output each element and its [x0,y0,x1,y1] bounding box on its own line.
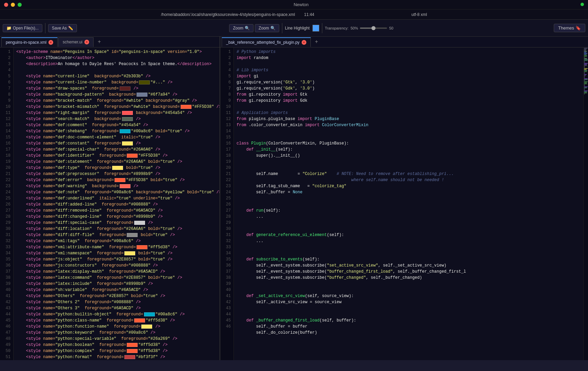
code-line [237,195,581,201]
code-line: ... [237,214,581,220]
code-line: gi.require_version('Gdk', '3.0') [237,85,581,92]
zoom-out-button[interactable]: Zoom 🔍 [255,24,279,32]
titlebar: Newton [0,0,588,9]
tab-schemer[interactable]: schemer.ui ✕ [58,37,94,47]
code-line: <style name="def:doc-comment-element" it… [16,134,217,140]
separator-2 [282,23,282,33]
right-tabbar: _bak_reference_attempted_fix_plugin.py ✕… [220,37,588,47]
code-line: def __init__(self): [237,147,581,153]
code-line: <style name="def:note" foreground="#00a8… [16,189,217,195]
code-line: ... [237,238,581,244]
code-line: <style name="latex:command" foreground="… [16,275,217,281]
code-line [237,336,581,342]
code-line: <style name="Others" foreground="#2E8857… [16,293,217,299]
code-line: <style name="python:boolean" foreground=… [16,342,217,348]
code-line: self._do_colorize(buffer) [237,330,581,336]
transparency-slider[interactable] [360,27,387,29]
tab-penguins[interactable]: penguins-in-space.xml ✕ [1,37,58,47]
code-line [237,226,581,232]
code-line: <style name="bracket-match" foreground="… [16,98,217,104]
code-line: <style name="diff:diff-file" foreground=… [16,232,217,238]
code-line [237,61,581,67]
code-line [237,165,581,171]
open-files-button[interactable]: 📁 Open File(s)... [3,24,42,32]
code-line: self._buffer = None [237,189,581,195]
code-line: <style name="diff:added-line" foreground… [16,201,217,208]
code-line: <style name="current-line" background="#… [16,73,217,79]
code-line [237,104,581,110]
editor-left: penguins-in-space.xml ✕ schemer.ui ✕ + 1… [0,37,220,360]
code-line: <style name="latex:include" foreground="… [16,281,217,287]
code-line [237,201,581,208]
close-button[interactable] [4,3,8,7]
code-line: # Lib imports [237,67,581,73]
save-as-icon: ✏️ [68,26,73,31]
line-highlight-color[interactable] [312,25,319,32]
code-line: def _set_active_src_view(self, source_vi… [237,293,581,299]
minimize-button[interactable] [11,3,15,7]
code-line: <style name="js:constructors" foreground… [16,262,217,269]
transparency-number: 50 [389,26,393,30]
app-title: Newton [293,2,308,7]
maximize-button[interactable] [18,3,22,7]
code-line: where self.name should not be needed ! [237,177,581,183]
code-line: def generate_reference_ui_element(self): [237,232,581,238]
code-line: <style name="def:comment" foreground="#4… [16,122,217,128]
save-as-button[interactable]: Save As ✏️ [48,24,77,32]
save-as-label: Save As [52,26,67,31]
encoding-display: utf-8 [411,12,420,17]
code-line: def run(self): [237,208,581,214]
tab-plugin[interactable]: _bak_reference_attempted_fix_plugin.py ✕ [222,37,311,47]
window-controls[interactable] [4,3,22,7]
code-line: <style name="diff:changed-line" foregrou… [16,214,217,220]
code-line: <style name="def:underlined" italic="tru… [16,195,217,201]
code-line: <style name="def:type" foreground= bold=… [16,165,217,171]
status-indicator [581,2,584,7]
code-content-right[interactable]: # Python imports import random # Lib imp… [234,47,583,360]
code-line: <style name="right-margin" foreground= b… [16,110,217,116]
zoom-in-label: Zoom [233,26,243,31]
left-tabbar: penguins-in-space.xml ✕ schemer.ui ✕ + [0,37,220,47]
code-line: <style name="def:identifier" foreground=… [16,153,217,159]
code-line: <style name="latex:display-math" foregro… [16,269,217,275]
line-highlight-label: Line Highlight [285,26,310,31]
right-scrollbar[interactable] [583,47,588,360]
status-dot [581,3,584,6]
tab-penguins-close[interactable]: ✕ [48,40,53,45]
code-line: <style name="python:complex" foreground=… [16,348,217,354]
tab-schemer-close[interactable]: ✕ [84,40,89,44]
code-line: <style name="xml:tags" foreground="#00a8… [16,238,217,244]
tab-plugin-close[interactable]: ✕ [302,40,306,45]
code-line: <style name="current-line-number" backgr… [16,79,217,85]
code-area-right[interactable]: 1234567891011121314151617181920212223242… [220,47,588,360]
add-tab-left[interactable]: + [96,38,103,46]
themes-button[interactable]: Themes 🔖 [554,24,585,32]
code-line: super().__init__() [237,153,581,159]
line-numbers-left: 1234567891011121314151617181920212223242… [0,47,14,360]
themes-icon: 🔖 [575,25,581,31]
transparency-value: 50% [350,26,358,30]
code-line [237,134,581,140]
code-line: self._active_src_view = source_view [237,299,581,305]
code-line: <style name="python:keyword" foreground=… [16,330,217,336]
code-line: def subscribe_to_events(self): [237,256,581,262]
code-line: <style name="python:builtin-object" fore… [16,311,217,317]
add-tab-right[interactable]: + [313,38,320,46]
code-line: <style name="def:warning" background= /> [16,183,217,189]
code-area-left[interactable]: 1234567891011121314151617181920212223242… [0,47,220,360]
code-line: <style name="xml:namespace" foreground= … [16,250,217,256]
code-line: import random [237,55,581,61]
zoom-in-button[interactable]: Zoom 🔍 [229,24,254,32]
code-line: <style name="diff:special-case" foregrou… [16,220,217,226]
code-content-left[interactable]: <style-scheme name="Penguins In Space" i… [14,47,220,360]
line-numbers-right: 1234567891011121314151617181920212223242… [220,47,234,360]
file-path: /home/abaddon/.local/share/gtksourceview… [161,12,295,17]
code-line: self._buffer = buffer [237,324,581,330]
code-line: from plugins.plugin_base import PluginBa… [237,116,581,122]
time-display: 11:44 [304,12,314,17]
line-highlight-section: Line Highlight [285,25,319,32]
code-line: <style name="search-match" background= /… [16,116,217,122]
code-line: <style name="def:shebang" foreground="#0… [16,128,217,134]
code-line: # Application imports [237,110,581,116]
slider-thumb [371,26,376,30]
